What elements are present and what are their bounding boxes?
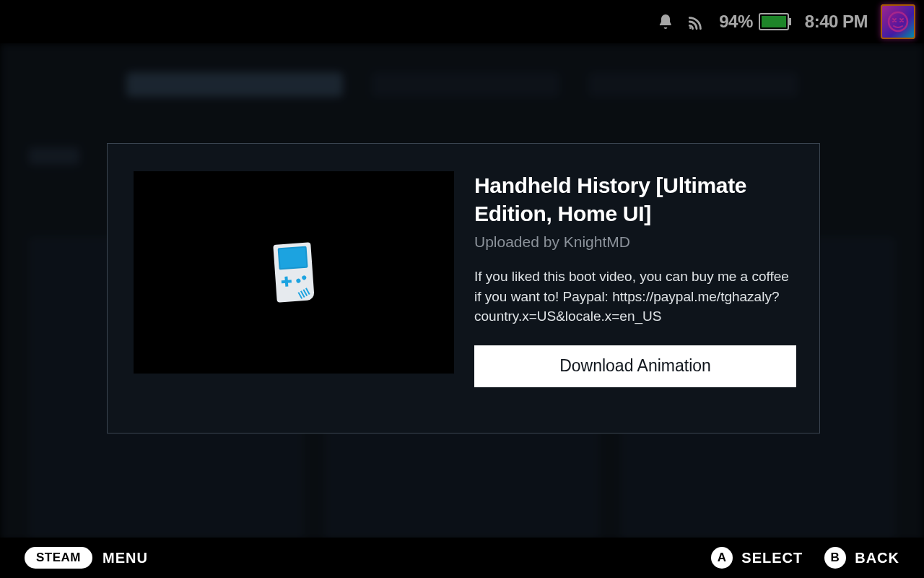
animation-description: If you liked this boot video, you can bu… — [474, 267, 796, 327]
hint-back: B BACK — [824, 547, 899, 569]
svg-point-4 — [889, 12, 907, 31]
cast-icon[interactable] — [687, 12, 706, 31]
menu-button[interactable]: MENU — [103, 550, 148, 566]
hint-select: A SELECT — [711, 547, 803, 569]
notification-bell-icon[interactable] — [657, 12, 674, 31]
battery-indicator: 94% — [719, 12, 792, 32]
download-animation-button[interactable]: Download Animation — [474, 345, 796, 387]
clock: 8:40 PM — [805, 12, 868, 32]
svg-rect-2 — [762, 16, 786, 27]
svg-rect-3 — [789, 18, 791, 25]
animation-title: Handheld History [Ultimate Edition, Home… — [474, 171, 796, 228]
svg-point-0 — [689, 27, 692, 29]
steam-button[interactable]: STEAM — [25, 547, 92, 569]
animation-uploader: Uploaded by KnightMD — [474, 233, 796, 251]
a-button-icon: A — [711, 547, 733, 569]
b-button-icon: B — [824, 547, 846, 569]
battery-percent: 94% — [719, 12, 753, 32]
avatar[interactable] — [881, 4, 915, 39]
status-bar: 94% 8:40 PM — [0, 0, 924, 43]
animation-preview — [134, 171, 454, 374]
battery-icon — [759, 13, 792, 30]
animation-details: Handheld History [Ultimate Edition, Home… — [474, 171, 796, 405]
animation-detail-modal: Handheld History [Ultimate Edition, Home… — [107, 143, 820, 434]
gameboy-icon — [273, 242, 314, 302]
footer-bar: STEAM MENU A SELECT B BACK — [0, 538, 924, 578]
hint-select-label: SELECT — [741, 550, 803, 566]
hint-back-label: BACK — [855, 550, 899, 566]
